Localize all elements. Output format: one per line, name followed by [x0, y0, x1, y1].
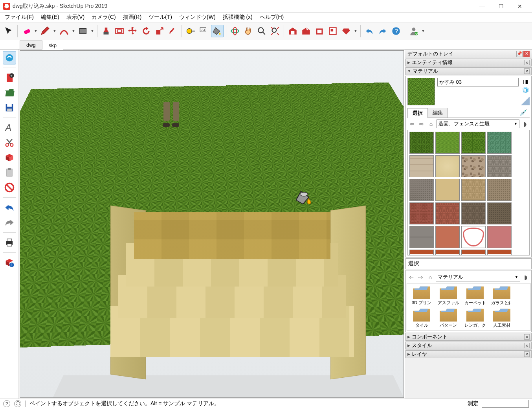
selection-combo[interactable]: マテリアル ▼ — [436, 273, 520, 281]
menu-help[interactable]: ヘルプ(H) — [257, 13, 287, 22]
section-entity-info[interactable]: ▶ エンティティ情報 × — [405, 59, 532, 66]
material-swatch[interactable] — [435, 179, 460, 201]
section-close-icon[interactable]: × — [524, 343, 530, 348]
material-swatch[interactable] — [435, 202, 460, 224]
material-swatch[interactable] — [461, 155, 486, 177]
section-close-icon[interactable]: × — [524, 351, 530, 357]
orbit-tool-icon[interactable] — [229, 25, 241, 37]
undo-left-icon[interactable] — [3, 201, 16, 214]
section-layers[interactable]: ▶ レイヤ × — [405, 350, 532, 358]
folder-asphalt[interactable]: アスファル — [435, 285, 461, 307]
details-menu-icon[interactable]: ◗ — [522, 273, 530, 281]
material-swatch[interactable] — [487, 132, 512, 154]
clipboard-icon[interactable] — [3, 166, 16, 179]
section-materials[interactable]: ▼ マテリアル × — [405, 67, 532, 75]
pencil-dropdown[interactable]: ▼ — [52, 25, 57, 37]
component-icon[interactable] — [3, 151, 16, 164]
section-components[interactable]: ▶ コンポーネント × — [405, 333, 532, 341]
menu-window[interactable]: ウィンドウ(W) — [176, 13, 219, 22]
menu-file[interactable]: ファイル(F) — [2, 13, 37, 22]
eyedropper-icon[interactable]: 💉 — [517, 108, 530, 118]
delete-icon[interactable] — [3, 181, 16, 194]
material-preview[interactable] — [407, 78, 435, 105]
pan-tool-icon[interactable] — [242, 25, 255, 37]
undo-icon[interactable] — [363, 25, 376, 37]
help-icon[interactable]: ? — [390, 25, 402, 37]
tape-tool-icon[interactable] — [184, 25, 197, 37]
default-material-icon[interactable] — [521, 97, 530, 105]
credits-icon[interactable]: ⓘ — [14, 400, 21, 407]
material-swatch[interactable] — [487, 179, 512, 201]
minimize-button[interactable]: — — [473, 1, 491, 12]
material-swatch[interactable] — [487, 202, 512, 224]
rotate-tool-icon[interactable] — [140, 25, 152, 37]
viewport-3d[interactable] — [20, 50, 404, 398]
folder-glass[interactable]: ガラスと釒 — [489, 285, 515, 307]
menu-draw[interactable]: 描画(R) — [120, 13, 145, 22]
eraser-dropdown[interactable]: ▼ — [33, 25, 38, 37]
menu-extensions[interactable]: 拡張機能 (x) — [220, 13, 256, 22]
nav-back-icon[interactable]: ⇦ — [408, 120, 416, 128]
material-swatch[interactable] — [487, 226, 512, 248]
material-swatch[interactable] — [409, 155, 434, 177]
material-swatch[interactable] — [487, 155, 512, 177]
create-material-icon[interactable]: 🧊 — [521, 86, 529, 94]
materials-tab-select[interactable]: 選択 — [407, 108, 428, 118]
section-styles[interactable]: ▶ スタイル × — [405, 342, 532, 349]
folder-synthetic[interactable]: 人工素材 — [489, 307, 515, 329]
nav-home-icon[interactable]: ⌂ — [426, 273, 434, 281]
arc-tool-icon[interactable] — [58, 25, 70, 37]
material-library-combo[interactable]: 造園、フェンスと生垣 ▼ — [437, 119, 519, 128]
zoom-extents-tool-icon[interactable] — [269, 25, 281, 37]
plugin-icon[interactable] — [3, 51, 16, 64]
material-swatch-list[interactable] — [407, 130, 530, 255]
menu-tools[interactable]: ツール(T) — [145, 13, 175, 22]
extension-warehouse-icon[interactable] — [313, 25, 326, 37]
material-swatch[interactable] — [435, 226, 460, 248]
select-tool-icon[interactable] — [2, 25, 15, 37]
menu-camera[interactable]: カメラ(C) — [88, 13, 119, 22]
geolocation-icon[interactable]: ? — [3, 400, 10, 407]
tray-header[interactable]: デフォルトのトレイ 📌 ✕ — [405, 50, 532, 58]
ruby-icon[interactable] — [340, 25, 352, 37]
nav-home-icon[interactable]: ⌂ — [427, 120, 435, 128]
material-swatch[interactable] — [487, 250, 512, 255]
text-tool-icon[interactable]: A1 — [198, 25, 210, 37]
move-tool-icon[interactable] — [127, 25, 139, 37]
warehouse-icon[interactable] — [286, 25, 299, 37]
layout-icon[interactable] — [327, 25, 339, 37]
text-a-icon[interactable]: A — [3, 121, 16, 134]
material-swatch[interactable] — [409, 202, 434, 224]
paint-bucket-tool-icon[interactable] — [211, 25, 224, 37]
save-file-icon[interactable] — [3, 101, 16, 114]
followme-tool-icon[interactable] — [167, 25, 179, 37]
material-swatch[interactable] — [435, 155, 460, 177]
nav-forward-icon[interactable]: ⇨ — [417, 273, 425, 281]
tray-pin-icon[interactable]: 📌 — [516, 51, 523, 57]
open-file-icon[interactable] — [3, 86, 16, 99]
close-button[interactable]: ✕ — [511, 1, 529, 12]
scene-tab-skp[interactable]: skp — [42, 41, 63, 50]
material-swatch[interactable] — [461, 250, 486, 255]
pencil-tool-icon[interactable] — [39, 25, 51, 37]
material-swatch[interactable] — [461, 226, 486, 248]
details-menu-icon[interactable]: ◗ — [521, 120, 529, 128]
tray-close-icon[interactable]: ✕ — [523, 51, 530, 57]
offset-tool-icon[interactable] — [113, 25, 126, 37]
display-secondary-icon[interactable]: ◨ — [521, 78, 529, 85]
material-swatch[interactable] — [435, 250, 460, 255]
folder-3dprint[interactable]: 3D プリン — [409, 285, 435, 307]
cut-icon[interactable] — [3, 136, 16, 149]
section-close-icon[interactable]: × — [524, 60, 530, 65]
folder-carpet[interactable]: カーペット — [462, 285, 488, 307]
material-swatch[interactable] — [461, 202, 486, 224]
material-swatch[interactable] — [461, 132, 486, 154]
nav-back-icon[interactable]: ⇦ — [407, 273, 415, 281]
material-swatch[interactable] — [409, 226, 434, 248]
warehouse-share-icon[interactable] — [300, 25, 312, 37]
user-dropdown[interactable]: ▼ — [421, 25, 426, 37]
menu-view[interactable]: 表示(V) — [63, 13, 88, 22]
scale-tool-icon[interactable] — [153, 25, 166, 37]
eraser-tool-icon[interactable] — [20, 25, 33, 37]
materials-tab-edit[interactable]: 編集 — [427, 108, 448, 118]
